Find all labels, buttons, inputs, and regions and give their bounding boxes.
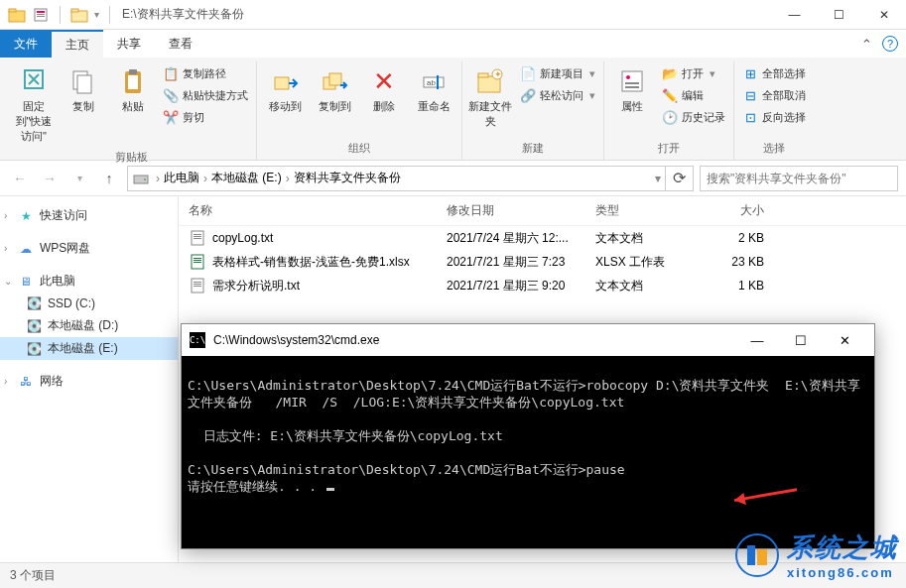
cut-icon: ✂️ <box>163 109 179 125</box>
cmd-minimize-button[interactable]: — <box>735 324 779 356</box>
paste-button[interactable]: 粘贴 <box>109 61 157 118</box>
svg-rect-26 <box>625 82 639 84</box>
nav-up-button[interactable]: ↑ <box>97 167 121 190</box>
drive-icon: 💽 <box>26 318 42 334</box>
tab-share[interactable]: 共享 <box>103 30 155 58</box>
pc-icon: 🖥 <box>18 274 34 290</box>
properties-button[interactable]: 属性 <box>608 61 656 118</box>
nav-recent-button[interactable]: ▾ <box>67 167 91 190</box>
folder-qat-icon[interactable] <box>70 6 88 24</box>
pin-quick-access-button[interactable]: 固定到"快速访问" <box>10 61 58 148</box>
col-size[interactable]: 大小 <box>705 202 764 219</box>
ribbon-collapse-icon[interactable]: ⌃ <box>861 37 872 52</box>
column-headers[interactable]: 名称 修改日期 类型 大小 <box>179 196 906 226</box>
file-date: 2021/7/24 星期六 12:... <box>447 230 595 247</box>
maximize-button[interactable]: ☐ <box>817 0 861 30</box>
file-name: 表格样式-销售数据-浅蓝色-免费1.xlsx <box>212 254 410 271</box>
svg-marker-43 <box>733 493 749 509</box>
col-date[interactable]: 修改日期 <box>447 202 595 219</box>
copy-to-icon <box>319 65 350 97</box>
delete-button[interactable]: ✕ 删除 <box>360 61 408 118</box>
svg-rect-37 <box>194 262 201 263</box>
svg-rect-10 <box>77 75 91 93</box>
search-input[interactable] <box>700 166 898 191</box>
paste-shortcut-button[interactable]: 📎粘贴快捷方式 <box>159 85 252 105</box>
help-icon[interactable]: ? <box>882 36 898 52</box>
breadcrumb-drive[interactable]: 本地磁盘 (E:)› <box>211 170 294 186</box>
cmd-maximize-button[interactable]: ☐ <box>779 324 823 356</box>
cmd-close-button[interactable]: ✕ <box>823 324 866 356</box>
tab-view[interactable]: 查看 <box>155 30 206 58</box>
cut-button[interactable]: ✂️剪切 <box>159 107 252 127</box>
file-row[interactable]: 需求分析说明.txt2021/7/21 星期三 9:20文本文档1 KB <box>179 274 906 297</box>
properties-qat-icon[interactable] <box>32 6 50 24</box>
svg-point-25 <box>626 75 630 79</box>
invert-selection-button[interactable]: ⊡反向选择 <box>738 107 810 127</box>
watermark-url: xitong86.com <box>787 565 898 580</box>
file-date: 2021/7/21 星期三 7:23 <box>447 254 595 271</box>
sidebar-quick-access[interactable]: ›★快速访问 <box>0 204 178 227</box>
address-bar[interactable]: › 此电脑› 本地磁盘 (E:)› 资料共享文件夹备份 ▾ <box>127 166 666 191</box>
minimize-button[interactable]: — <box>772 0 817 30</box>
file-type: 文本文档 <box>595 230 705 247</box>
properties-icon <box>616 65 648 97</box>
history-button[interactable]: 🕑历史记录 <box>658 107 729 127</box>
nav-back-button[interactable]: ← <box>8 167 32 190</box>
file-name: copyLog.txt <box>212 231 273 245</box>
file-row[interactable]: copyLog.txt2021/7/24 星期六 12:...文本文档2 KB <box>179 226 906 250</box>
tab-file[interactable]: 文件 <box>0 30 52 58</box>
sidebar-network[interactable]: ›🖧网络 <box>0 370 178 393</box>
new-folder-icon: ✦ <box>474 65 506 97</box>
new-item-button[interactable]: 📄新建项目▾ <box>516 63 599 83</box>
svg-rect-33 <box>194 238 201 239</box>
new-folder-button[interactable]: ✦ 新建文件夹 <box>466 61 514 133</box>
cmd-title: C:\Windows\system32\cmd.exe <box>213 333 735 347</box>
qat-dropdown-icon[interactable]: ▾ <box>94 9 99 20</box>
close-button[interactable]: ✕ <box>861 0 906 30</box>
sidebar-thispc[interactable]: ⌄🖥此电脑 <box>0 270 178 293</box>
chevron-down-icon[interactable]: ⌄ <box>4 276 16 287</box>
move-to-button[interactable]: 移动到 <box>261 61 309 118</box>
select-none-button[interactable]: ⊟全部取消 <box>738 85 810 105</box>
col-name[interactable]: 名称 <box>189 202 447 219</box>
svg-rect-6 <box>71 11 87 22</box>
chevron-right-icon[interactable]: › <box>4 376 16 387</box>
drive-icon: 💽 <box>26 295 42 311</box>
sidebar-drive-e[interactable]: 💽本地磁盘 (E:) <box>0 337 178 360</box>
chevron-right-icon[interactable]: › <box>4 243 16 254</box>
copy-path-button[interactable]: 📋复制路径 <box>159 63 252 83</box>
item-count: 3 个项目 <box>10 567 56 584</box>
copy-button[interactable]: 复制 <box>60 61 107 118</box>
svg-rect-27 <box>625 86 639 88</box>
nav-forward-button[interactable]: → <box>38 167 62 190</box>
edit-button[interactable]: ✏️编辑 <box>658 85 729 105</box>
sidebar-wps[interactable]: ›☁WPS网盘 <box>0 237 178 260</box>
svg-rect-31 <box>194 234 201 235</box>
breadcrumb-folder[interactable]: 资料共享文件夹备份 <box>294 170 401 186</box>
sidebar-drive-d[interactable]: 💽本地磁盘 (D:) <box>0 314 178 337</box>
chevron-right-icon[interactable]: › <box>156 172 160 185</box>
svg-rect-35 <box>194 258 201 259</box>
tab-home[interactable]: 主页 <box>52 30 103 58</box>
open-button[interactable]: 📂打开▾ <box>658 63 729 83</box>
breadcrumb-thispc[interactable]: 此电脑› <box>164 170 211 186</box>
svg-point-29 <box>144 178 146 180</box>
file-row[interactable]: 表格样式-销售数据-浅蓝色-免费1.xlsx2021/7/21 星期三 7:23… <box>179 250 906 274</box>
svg-rect-14 <box>275 77 289 89</box>
svg-rect-13 <box>129 69 137 74</box>
easy-access-button[interactable]: 🔗轻松访问▾ <box>516 85 599 105</box>
cmd-titlebar[interactable]: C:\ C:\Windows\system32\cmd.exe — ☐ ✕ <box>182 324 874 356</box>
cmd-output[interactable]: C:\Users\Administrator\Desktop\7.24\CMD运… <box>182 356 874 548</box>
chevron-right-icon[interactable]: › <box>4 210 16 221</box>
refresh-button[interactable]: ⟳ <box>666 166 694 191</box>
select-all-button[interactable]: ⊞全部选择 <box>738 63 810 83</box>
svg-rect-40 <box>194 284 201 285</box>
address-dropdown-icon[interactable]: ▾ <box>655 172 661 185</box>
col-type[interactable]: 类型 <box>595 202 705 219</box>
svg-rect-7 <box>71 9 78 12</box>
rename-button[interactable]: ab 重命名 <box>410 61 457 118</box>
history-icon: 🕑 <box>662 109 678 125</box>
copy-to-button[interactable]: 复制到 <box>311 61 358 118</box>
sidebar-ssd-c[interactable]: 💽SSD (C:) <box>0 293 178 314</box>
svg-rect-16 <box>329 73 341 85</box>
